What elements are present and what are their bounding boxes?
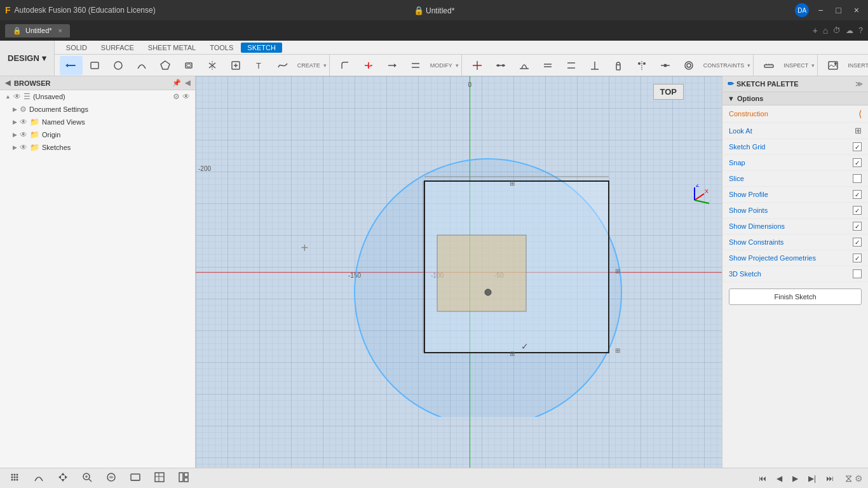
pan-button[interactable]	[53, 470, 72, 486]
palette-row-slice[interactable]: Slice	[722, 171, 868, 187]
maximize-button[interactable]: □	[832, 4, 844, 17]
sketches-eye-icon[interactable]: 👁	[20, 143, 27, 152]
snap-label[interactable]: Snap	[729, 159, 745, 166]
browser-back-icon[interactable]: ◀	[5, 79, 10, 87]
palette-row-look-at[interactable]: Look At ⊞	[722, 123, 868, 139]
show-profile-checkbox[interactable]	[853, 190, 862, 199]
show-projected-label[interactable]: Show Projected Geometries	[729, 254, 816, 262]
modify-expand-icon[interactable]: ▾	[456, 62, 459, 69]
palette-row-show-profile[interactable]: Show Profile	[722, 187, 868, 203]
rectangle-tool-button[interactable]	[83, 56, 106, 75]
appearance-button[interactable]	[102, 470, 121, 486]
sketch-grid-checkbox[interactable]	[853, 142, 862, 151]
tab-tools[interactable]: TOOLS	[203, 43, 240, 53]
symmetry-button[interactable]	[630, 56, 653, 75]
collinear-button[interactable]	[489, 56, 512, 75]
tab-solid[interactable]: SOLID	[60, 43, 93, 53]
extend-button[interactable]	[381, 56, 403, 75]
show-dimensions-label[interactable]: Show Dimensions	[729, 222, 785, 230]
minimize-button[interactable]: −	[814, 4, 827, 17]
arc-tool-button[interactable]	[130, 56, 153, 75]
palette-row-snap[interactable]: Snap	[722, 155, 868, 171]
palette-row-3d-sketch[interactable]: 3D Sketch	[722, 266, 868, 282]
show-points-label[interactable]: Show Points	[729, 207, 768, 214]
break-button[interactable]	[404, 56, 427, 75]
tab-sheet-metal[interactable]: SHEET METAL	[142, 43, 202, 53]
layout-button[interactable]	[174, 470, 193, 486]
view-cube[interactable]: TOP	[660, 87, 677, 97]
named-views-eye-icon[interactable]: 👁	[20, 118, 27, 126]
palette-row-show-dimensions[interactable]: Show Dimensions	[722, 219, 868, 234]
browser-doc-settings[interactable]: ▶ ⚙ Document Settings	[0, 103, 195, 116]
help-icon[interactable]: ?	[858, 26, 863, 35]
parallel-button[interactable]	[560, 56, 583, 75]
project-tool-button[interactable]	[224, 56, 247, 75]
palette-expand-icon[interactable]: ≫	[855, 80, 863, 88]
sketch-grid-label[interactable]: Sketch Grid	[729, 143, 765, 151]
section-chevron-icon[interactable]: ▼	[728, 95, 735, 102]
3d-sketch-label[interactable]: 3D Sketch	[729, 270, 761, 278]
grid-snap-button[interactable]	[5, 470, 24, 486]
perpendicular-button[interactable]	[583, 56, 606, 75]
show-constraints-checkbox[interactable]	[853, 238, 862, 247]
design-menu-button[interactable]: DESIGN ▾	[0, 41, 55, 76]
3d-sketch-checkbox[interactable]	[853, 269, 862, 278]
slice-label[interactable]: Slice	[729, 175, 744, 182]
concentric-button[interactable]	[677, 56, 700, 75]
rewind-start-button[interactable]: ⏮	[755, 473, 770, 484]
tab-close-icon[interactable]: ×	[58, 27, 62, 34]
palette-row-construction[interactable]: Construction ⟨	[722, 105, 868, 123]
show-points-checkbox[interactable]	[853, 206, 862, 215]
line-tool-button[interactable]	[60, 56, 83, 75]
browser-sketches[interactable]: ▶ 👁 📁 Sketches	[0, 141, 195, 154]
circle-tool-button[interactable]	[107, 56, 130, 75]
settings-cog-icon[interactable]: ⚙	[855, 473, 863, 484]
inspect-expand-icon[interactable]: ▾	[811, 62, 815, 69]
slice-checkbox[interactable]	[853, 174, 862, 183]
snap-checkbox[interactable]	[853, 158, 862, 167]
tab-surface[interactable]: SURFACE	[95, 43, 140, 53]
close-button[interactable]: ×	[850, 4, 863, 17]
show-profile-label[interactable]: Show Profile	[729, 191, 768, 198]
root-eye2-icon[interactable]: 👁	[182, 92, 190, 101]
root-settings-icon[interactable]: ⚙	[173, 92, 180, 101]
display-settings-button[interactable]	[126, 470, 145, 486]
step-forward-button[interactable]: ▶|	[804, 473, 820, 484]
offset-tool-button[interactable]	[177, 56, 200, 75]
palette-row-show-constraints[interactable]: Show Constraints	[722, 234, 868, 250]
zoom-button[interactable]	[78, 470, 97, 486]
step-back-button[interactable]: ◀	[773, 473, 786, 484]
mirror-tool-button[interactable]	[201, 56, 224, 75]
browser-pin-icon[interactable]: 📌	[172, 79, 181, 87]
construction-label[interactable]: Construction	[729, 110, 768, 118]
midpoint-button[interactable]	[654, 56, 677, 75]
spline-tool-button[interactable]	[271, 56, 294, 75]
canvas-area[interactable]: 0 -200 -150 -100 -50 ⊞ ⊞ ⊞ ⊞ ✓	[196, 76, 722, 468]
palette-row-show-points[interactable]: Show Points	[722, 203, 868, 219]
show-dimensions-checkbox[interactable]	[853, 222, 862, 231]
create-expand-icon[interactable]: ▾	[323, 62, 327, 69]
grid-display-button[interactable]	[150, 470, 169, 486]
tab-untitled[interactable]: 🔒 Untitled* ×	[5, 24, 70, 37]
polygon-tool-button[interactable]	[154, 56, 177, 75]
browser-root-item[interactable]: ▲ 👁 ☰ (Unsaved) ⚙ 👁	[0, 90, 195, 103]
orbit-button[interactable]	[29, 470, 48, 486]
look-at-label[interactable]: Look At	[729, 127, 752, 135]
fillet-button[interactable]	[334, 56, 356, 75]
tab-sketch[interactable]: SKETCH	[241, 43, 282, 53]
coincident-button[interactable]	[466, 56, 489, 75]
browser-named-views[interactable]: ▶ 👁 📁 Named Views	[0, 116, 195, 128]
constraints-expand-icon[interactable]: ▾	[747, 62, 750, 69]
cloud-icon[interactable]: ☁	[846, 26, 853, 35]
palette-row-show-projected[interactable]: Show Projected Geometries	[722, 250, 868, 266]
finish-sketch-palette-button[interactable]: Finish Sketch	[729, 288, 862, 305]
show-constraints-label[interactable]: Show Constraints	[729, 238, 783, 246]
history-icon[interactable]: ⏱	[833, 26, 841, 35]
user-avatar[interactable]: DA	[795, 3, 809, 17]
show-projected-checkbox[interactable]	[853, 254, 862, 262]
tab-add-button[interactable]: +	[813, 25, 818, 36]
fix-button[interactable]	[607, 56, 630, 75]
trim-button[interactable]: ✂	[357, 56, 380, 75]
browser-origin[interactable]: ▶ 👁 📁 Origin	[0, 128, 195, 141]
root-eye-icon[interactable]: 👁	[13, 92, 21, 101]
